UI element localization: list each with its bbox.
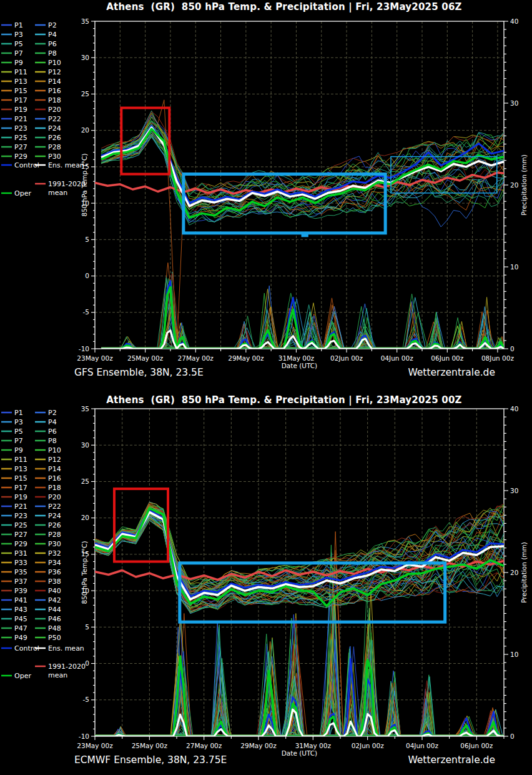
precip-tick-label: 40 <box>510 405 518 412</box>
precip-tick-label: 10 <box>510 263 518 271</box>
temp-tick-label: 35 <box>81 405 89 412</box>
legend-label-p26: P26 <box>48 134 61 142</box>
legend-label-p27: P27 <box>14 531 27 539</box>
legend-label-climate-line2: mean <box>48 671 67 679</box>
legend-label-p1: P1 <box>14 409 23 417</box>
legend-label-p21: P21 <box>14 502 27 511</box>
date-tick-label: 27May 00z <box>178 354 214 362</box>
legend-label-p10: P10 <box>48 446 61 454</box>
y-axis-label-temp: 850 hPa Temp. (°C) <box>81 541 88 604</box>
temp-tick-label: -5 <box>83 696 89 703</box>
temp-tick-label: 30 <box>81 441 89 449</box>
precip-tick-label: 20 <box>510 569 518 576</box>
date-tick-label: 02Jun 00z <box>330 354 363 362</box>
date-tick-label: 23May 00z <box>77 354 113 362</box>
temp-tick-label: 20 <box>81 126 89 134</box>
legend-label-p32: P32 <box>48 549 61 558</box>
legend-label-p48: P48 <box>48 624 61 632</box>
temp-tick-label: 25 <box>81 90 89 98</box>
legend-label-oper: Oper <box>14 672 31 680</box>
grid <box>95 21 504 349</box>
temp-tick-label: -10 <box>79 732 89 740</box>
date-tick-label: 29May 00z <box>228 354 264 362</box>
legend-label-oper: Oper <box>14 189 31 198</box>
legend-label-p4: P4 <box>48 31 57 39</box>
y-axis-label-precip: Precipitation (mm) <box>520 154 528 216</box>
precip-tick-label: 20 <box>510 181 518 189</box>
legend-label-p34: P34 <box>48 559 61 567</box>
legend-label-p44: P44 <box>48 606 61 614</box>
legend-label-p8: P8 <box>48 49 57 58</box>
temp-tick-label: -5 <box>83 308 89 316</box>
legend-label-p25: P25 <box>14 521 27 529</box>
date-tick-label: 25May 00z <box>127 354 164 362</box>
legend-label-p18: P18 <box>48 96 61 104</box>
chart-title-ecmwf: Athens (GR) 850 hPa Temp. & Precipitatio… <box>0 394 532 406</box>
legend-label-p13: P13 <box>14 465 27 473</box>
legend-label-p43: P43 <box>14 606 27 614</box>
footer-site-credit: Wetterzentrale.de <box>0 367 495 378</box>
legend-label-p26: P26 <box>48 521 61 529</box>
date-tick-label: 31May 00z <box>295 742 332 749</box>
ecmwf-ensemble-chart: 35302520151050-5-1040302010023May 00z25M… <box>0 388 532 775</box>
temp-tick-label: 5 <box>85 236 89 243</box>
panel-gfs: 35302520151050-5-1040302010023May 00z25M… <box>0 0 532 388</box>
temp-tick-label: 35 <box>81 18 89 25</box>
precip-tick-label: 30 <box>510 99 518 107</box>
legend-label-p23: P23 <box>14 512 27 520</box>
legend-label-climate-line1: 1991-2020 <box>48 180 86 188</box>
date-tick-label: 02Jun 00z <box>352 742 384 749</box>
precip-tick-label: 30 <box>510 487 518 494</box>
ensemble-member-temp-line <box>101 115 504 193</box>
legend-label-p16: P16 <box>48 87 61 95</box>
footer-site-credit: Wetterzentrale.de <box>0 754 495 766</box>
legend-label-p33: P33 <box>14 559 27 567</box>
legend-label-climate-line1: 1991-2020 <box>48 662 86 671</box>
legend-label-p16: P16 <box>48 474 61 482</box>
legend-label-p10: P10 <box>48 59 61 67</box>
legend-label-p46: P46 <box>48 615 61 623</box>
legend-label-p3: P3 <box>14 418 23 426</box>
series <box>95 502 504 736</box>
legend-label-p17: P17 <box>14 96 27 104</box>
legend-label-p19: P19 <box>14 493 27 501</box>
legend-label-p20: P20 <box>48 493 61 501</box>
legend-label-p6: P6 <box>48 428 57 436</box>
chart-title-gfs: Athens (GR) 850 hPa Temp. & Precipitatio… <box>0 1 532 12</box>
y-axis-label-precip: Precipitation (mm) <box>520 542 528 603</box>
legend: P1P2P3P4P5P6P7P8P9P10P11P12P13P14P15P16P… <box>1 409 86 680</box>
legend-label-p36: P36 <box>48 568 61 576</box>
date-tick-label: 06Jun 00z <box>431 354 463 362</box>
precip-tick-label: 0 <box>510 345 515 352</box>
legend-label-p28: P28 <box>48 531 61 539</box>
legend-label-climate-line2: mean <box>48 189 67 197</box>
legend-label-p45: P45 <box>14 615 27 623</box>
temp-tick-label: 25 <box>81 478 89 485</box>
series <box>95 100 510 351</box>
legend-label-p15: P15 <box>14 87 27 95</box>
legend-label-p28: P28 <box>48 143 61 151</box>
legend-label-p19: P19 <box>14 106 27 114</box>
legend-label-p2: P2 <box>48 409 57 417</box>
legend-label-p18: P18 <box>48 484 61 492</box>
legend-label-p17: P17 <box>14 484 27 492</box>
legend-label-p12: P12 <box>48 456 61 464</box>
legend-label-p31: P31 <box>14 549 27 558</box>
annotation-blue-marker <box>302 232 308 237</box>
legend-label-p6: P6 <box>48 40 57 48</box>
panel-ecmwf: 35302520151050-5-1040302010023May 00z25M… <box>0 388 532 775</box>
date-tick-label: 23May 00z <box>77 742 113 749</box>
date-tick-label: 08Jun 00z <box>481 354 514 362</box>
legend-label-p14: P14 <box>48 78 61 86</box>
legend-label-p29: P29 <box>14 152 27 161</box>
legend-label-p27: P27 <box>14 143 27 151</box>
date-tick-label: 25May 00z <box>132 742 168 749</box>
temp-tick-label: 0 <box>85 659 89 667</box>
plot-frame <box>95 21 504 349</box>
legend-label-p35: P35 <box>14 568 27 576</box>
legend-label-p5: P5 <box>14 428 23 436</box>
legend-label-p25: P25 <box>14 134 27 142</box>
legend-label-ens-mean: Ens. mean <box>48 161 84 169</box>
legend-label-p11: P11 <box>14 68 27 76</box>
date-tick-label: 04Jun 00z <box>406 742 438 749</box>
